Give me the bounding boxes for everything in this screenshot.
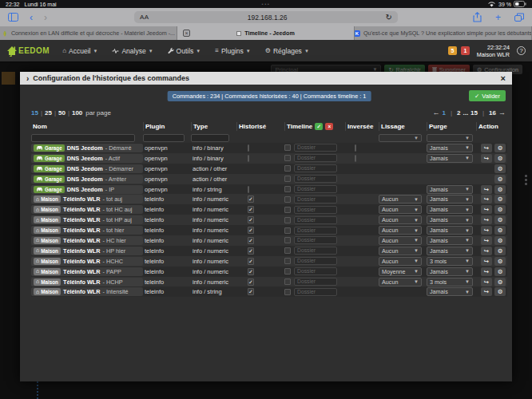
timeline-checkbox[interactable]: [284, 268, 291, 275]
tab-forum-jeedom[interactable]: Connexion en LAN difficile et qui décroc…: [0, 26, 177, 40]
historise-checkbox[interactable]: [248, 144, 249, 152]
command-config-button[interactable]: ⚙: [494, 144, 506, 152]
command-config-button[interactable]: ⚙: [494, 287, 506, 296]
reader-aa-button[interactable]: AA: [140, 14, 149, 21]
url-text[interactable]: 192.168.1.26: [149, 14, 386, 22]
command-config-button[interactable]: ⚙: [494, 226, 506, 235]
historise-checkbox[interactable]: ✓: [248, 258, 254, 265]
filter-plugin-input[interactable]: [143, 134, 185, 142]
lissage-select[interactable]: Aucun▼: [379, 247, 422, 255]
test-command-button[interactable]: ↪: [481, 154, 492, 163]
timeline-folder-input[interactable]: Dossier: [294, 257, 337, 265]
purge-select[interactable]: Jamais▼: [427, 236, 473, 245]
timeline-checkbox[interactable]: [284, 196, 291, 203]
historise-checkbox[interactable]: ✓: [248, 268, 254, 275]
command-config-button[interactable]: ⚙: [494, 278, 506, 286]
per-page-15[interactable]: 15: [31, 109, 38, 117]
timeline-checkbox[interactable]: [284, 155, 291, 161]
historise-checkbox[interactable]: ✓: [248, 227, 254, 234]
page-scrollbar[interactable]: [525, 175, 527, 186]
command-config-button[interactable]: ⚙: [494, 205, 506, 214]
lissage-select[interactable]: Aucun▼: [379, 236, 422, 245]
alert-badge-red[interactable]: 1: [461, 46, 470, 55]
sidebar-icon[interactable]: [8, 13, 18, 22]
filter-name-input[interactable]: [31, 134, 135, 142]
timeline-folder-input[interactable]: Dossier: [294, 154, 337, 162]
timeline-folder-input[interactable]: Dossier: [294, 164, 337, 172]
command-config-button[interactable]: ⚙: [494, 164, 506, 173]
pager-page-2[interactable]: 2: [457, 109, 460, 117]
menu-analyse[interactable]: Analyse ▼: [112, 47, 153, 55]
forward-icon[interactable]: ›: [44, 13, 47, 22]
alert-badge-orange[interactable]: 5: [448, 46, 457, 55]
bulk-purge-select[interactable]: ▼: [427, 134, 473, 142]
test-command-button[interactable]: ↪: [481, 144, 492, 152]
historise-checkbox[interactable]: [248, 155, 249, 162]
per-page-100[interactable]: 100: [72, 109, 82, 117]
address-bar[interactable]: AA 192.168.1.26 ↻: [134, 11, 398, 23]
timeline-folder-input[interactable]: Dossier: [294, 185, 337, 193]
command-config-button[interactable]: ⚙: [494, 267, 506, 276]
lissage-select[interactable]: Aucun▼: [379, 215, 422, 224]
command-config-button[interactable]: ⚙: [494, 154, 506, 163]
command-config-button[interactable]: ⚙: [494, 185, 506, 194]
validate-button[interactable]: ✓ Valider: [469, 90, 506, 101]
jeedom-logo[interactable]: EEDOM: [6, 45, 50, 57]
timeline-checkbox[interactable]: [284, 258, 291, 264]
timeline-checkbox[interactable]: [284, 247, 291, 254]
lissage-select[interactable]: Moyenne▼: [379, 267, 422, 276]
help-icon[interactable]: ?: [517, 46, 526, 55]
test-command-button[interactable]: ↪: [481, 287, 492, 296]
timeline-folder-input[interactable]: Dossier: [294, 227, 337, 235]
purge-select[interactable]: Jamais▼: [427, 195, 473, 203]
command-config-button[interactable]: ⚙: [494, 215, 506, 224]
purge-select[interactable]: Jamais▼: [427, 215, 473, 224]
test-command-button[interactable]: ↪: [481, 236, 492, 245]
menu-outils[interactable]: Outils ▼: [168, 47, 201, 55]
per-page-50[interactable]: 50: [58, 109, 66, 117]
menu-plugins[interactable]: ≡ Plugins ▼: [215, 47, 251, 55]
timeline-checkbox[interactable]: [284, 289, 291, 295]
timeline-folder-input[interactable]: Dossier: [294, 196, 337, 203]
per-page-25[interactable]: 25: [45, 109, 52, 117]
test-command-button[interactable]: ↪: [481, 257, 492, 266]
timeline-folder-input[interactable]: Dossier: [294, 206, 337, 214]
command-config-button[interactable]: ⚙: [494, 257, 506, 266]
lissage-select[interactable]: Aucun▼: [379, 205, 422, 214]
pager-page-16[interactable]: 16: [489, 109, 496, 117]
timeline-folder-input[interactable]: Dossier: [294, 175, 337, 183]
refresh-icon[interactable]: ↻: [386, 13, 392, 22]
timeline-checkbox[interactable]: [284, 227, 291, 234]
pager-page-15[interactable]: 15: [470, 109, 478, 117]
new-tab-icon[interactable]: +: [495, 13, 501, 22]
inversee-checkbox[interactable]: [355, 155, 356, 162]
test-command-button[interactable]: ↪: [481, 185, 492, 194]
historise-checkbox[interactable]: ✓: [248, 206, 254, 213]
purge-select[interactable]: Jamais▼: [427, 247, 473, 255]
purge-select[interactable]: 3 mois▼: [427, 278, 473, 286]
lissage-select[interactable]: Aucun▼: [379, 278, 422, 286]
command-config-button[interactable]: ⚙: [494, 175, 506, 184]
back-icon[interactable]: ‹: [30, 13, 33, 22]
command-config-button[interactable]: ⚙: [494, 236, 506, 245]
command-config-button[interactable]: ⚙: [494, 247, 506, 255]
historise-checkbox[interactable]: ✓: [248, 288, 254, 295]
tab-close-icon[interactable]: ×: [183, 30, 190, 37]
inversee-checkbox[interactable]: [355, 144, 356, 152]
purge-select[interactable]: Jamais▼: [427, 267, 473, 276]
test-command-button[interactable]: ↪: [481, 215, 492, 224]
timeline-folder-input[interactable]: Dossier: [294, 278, 337, 286]
purge-select[interactable]: Jamais▼: [427, 205, 473, 214]
timeline-checkbox[interactable]: [284, 165, 291, 172]
purge-select[interactable]: Jamais▼: [427, 287, 473, 296]
timeline-checkbox[interactable]: [284, 176, 291, 182]
historise-checkbox[interactable]: ✓: [248, 237, 254, 244]
test-command-button[interactable]: ↪: [481, 278, 492, 286]
test-command-button[interactable]: ↪: [481, 267, 492, 276]
menu-reglages[interactable]: ⚙ Réglages ▼: [265, 47, 309, 55]
purge-select[interactable]: Jamais▼: [427, 185, 473, 194]
historise-checkbox[interactable]: ✓: [248, 279, 254, 286]
timeline-check-all-button[interactable]: ✓: [315, 123, 323, 130]
tab-mysql-article[interactable]: K Qu'est-ce que MySQL ? Une explication …: [355, 26, 532, 40]
menu-accueil[interactable]: ⌂ Accueil ▼: [62, 47, 97, 55]
